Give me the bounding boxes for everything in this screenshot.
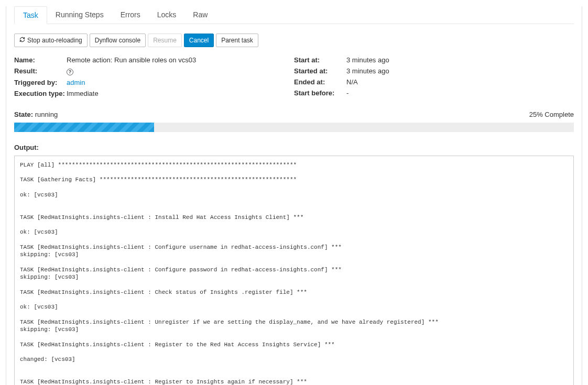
stop-auto-reloading-button[interactable]: Stop auto-reloading (14, 34, 88, 47)
stop-auto-label: Stop auto-reloading (27, 36, 82, 45)
state-value: running (35, 111, 58, 118)
execution-type-value: Immediate (67, 90, 99, 97)
triggered-by-label: Triggered by: (14, 79, 67, 86)
ended-at-label: Ended at: (294, 78, 346, 86)
output-box[interactable]: PLAY [all] *****************************… (14, 156, 574, 386)
tab-task[interactable]: Task (14, 6, 47, 24)
resume-button: Resume (148, 34, 182, 47)
parent-task-button[interactable]: Parent task (216, 34, 258, 47)
start-before-label: Start before: (294, 89, 346, 97)
name-value: Remote action: Run ansible roles on vcs0… (67, 56, 196, 64)
start-before-value: - (346, 89, 349, 97)
tabs-bar: Task Running Steps Errors Locks Raw (14, 6, 574, 24)
ended-at-value: N/A (346, 78, 358, 86)
tab-errors[interactable]: Errors (112, 6, 149, 24)
state-label: State: (14, 111, 33, 118)
name-label: Name: (14, 56, 67, 64)
help-icon[interactable]: ? (67, 69, 73, 75)
refresh-icon (19, 36, 25, 45)
complete-text: 25% Complete (529, 111, 574, 118)
started-at-label: Started at: (294, 67, 346, 75)
tab-raw[interactable]: Raw (184, 6, 216, 24)
toolbar: Stop auto-reloading Dynflow console Resu… (14, 34, 574, 47)
result-value: ? (67, 67, 73, 75)
tab-locks[interactable]: Locks (149, 6, 185, 24)
tab-running-steps[interactable]: Running Steps (47, 6, 112, 24)
info-section: Name: Remote action: Run ansible roles o… (14, 54, 574, 99)
result-label: Result: (14, 67, 67, 75)
cancel-button[interactable]: Cancel (184, 34, 214, 47)
execution-type-label: Execution type: (14, 90, 67, 97)
dynflow-console-button[interactable]: Dynflow console (90, 34, 146, 47)
started-at-value: 3 minutes ago (346, 67, 389, 75)
start-at-label: Start at: (294, 56, 346, 64)
start-at-value: 3 minutes ago (346, 56, 389, 64)
state-row: State: running 25% Complete (14, 111, 574, 118)
triggered-by-value[interactable]: admin (67, 79, 85, 86)
progress-bar (14, 123, 574, 132)
output-label: Output: (14, 144, 574, 151)
progress-fill (14, 123, 154, 132)
